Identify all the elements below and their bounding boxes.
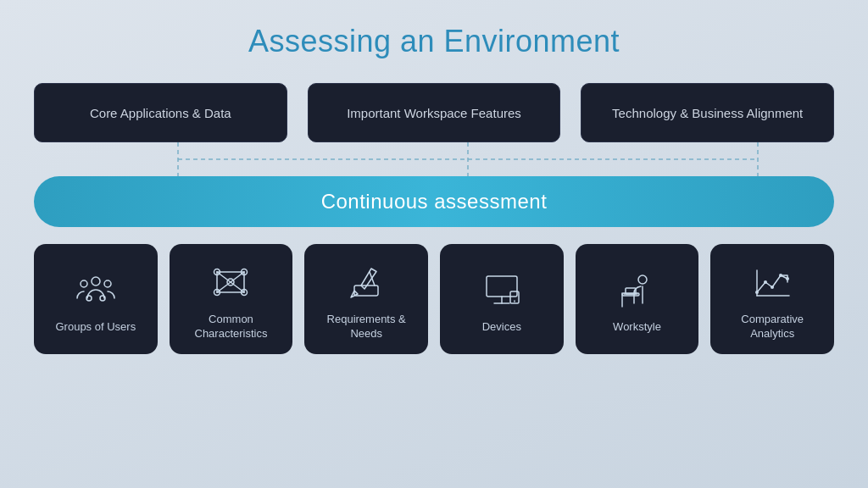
page-title: Assessing an Environment: [248, 24, 620, 59]
top-cards-row: Core Applications & Data Important Works…: [34, 83, 834, 142]
devices-label: Devices: [482, 320, 521, 335]
svg-point-38: [786, 277, 789, 280]
groups-users-label: Groups of Users: [55, 320, 136, 335]
top-card-workspace-features: Important Workspace Features: [308, 83, 561, 142]
svg-point-4: [92, 277, 100, 286]
svg-line-16: [217, 282, 231, 292]
svg-point-6: [104, 280, 111, 287]
top-card-tech-business: Technology & Business Alignment: [581, 83, 834, 142]
svg-point-35: [764, 280, 767, 284]
svg-point-37: [779, 274, 782, 277]
svg-point-36: [771, 286, 774, 289]
devices-icon: [480, 268, 524, 312]
connector-lines: [34, 142, 834, 176]
workstyle-icon: [615, 268, 659, 312]
svg-line-14: [217, 272, 231, 282]
svg-point-5: [81, 280, 87, 287]
svg-line-15: [231, 272, 244, 282]
groups-users-icon: [74, 268, 118, 312]
svg-line-23: [370, 272, 375, 286]
svg-rect-24: [487, 276, 517, 297]
slide: Assessing an Environment Core Applicatio…: [0, 0, 868, 488]
common-characteristics-icon: [209, 260, 253, 304]
svg-point-29: [638, 275, 647, 284]
bottom-card-devices: Devices: [440, 244, 564, 354]
requirements-needs-label: Requirements & Needs: [313, 313, 420, 341]
svg-line-17: [231, 282, 244, 292]
top-card-core-apps: Core Applications & Data: [34, 83, 287, 142]
common-characteristics-label: Common Characteristics: [178, 313, 285, 341]
comparative-analytics-label: Comparative Analytics: [719, 313, 826, 341]
bottom-card-common-characteristics: Common Characteristics: [170, 244, 293, 354]
requirements-needs-icon: [344, 260, 388, 304]
workstyle-label: Workstyle: [613, 320, 661, 335]
bottom-card-comparative-analytics: Comparative Analytics: [710, 244, 834, 354]
bottom-card-workstyle: Workstyle: [576, 244, 699, 354]
comparative-analytics-icon: [750, 260, 794, 304]
continuous-assessment-bar: Continuous assessment: [34, 176, 834, 227]
bottom-card-groups-users: Groups of Users: [34, 244, 158, 354]
bottom-cards-row: Groups of Users: [34, 244, 834, 354]
bottom-card-requirements-needs: Requirements & Needs: [304, 244, 428, 354]
